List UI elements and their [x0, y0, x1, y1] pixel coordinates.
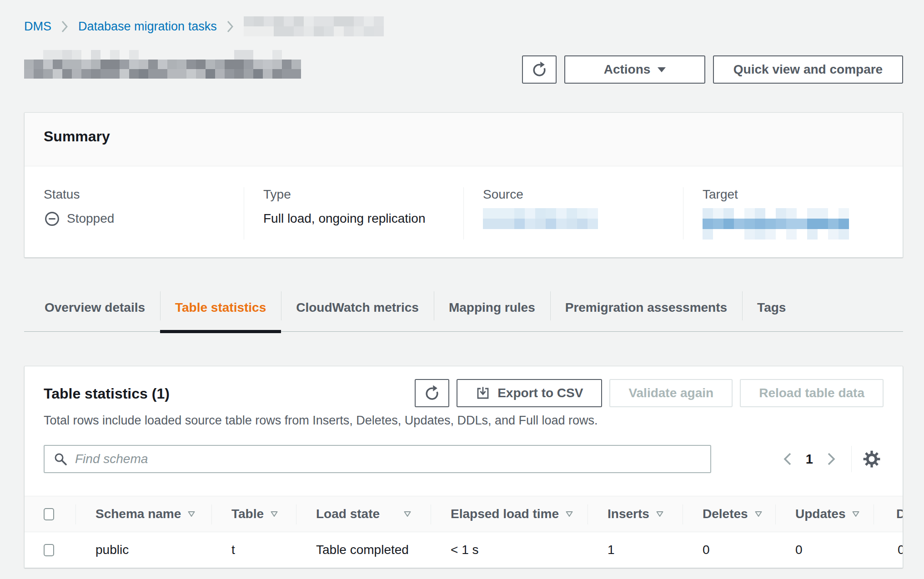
tab-tags[interactable]: Tags	[742, 290, 801, 331]
sort-icon[interactable]	[656, 511, 664, 517]
page-title-redacted	[24, 50, 301, 79]
sort-icon[interactable]	[565, 511, 573, 517]
caret-down-icon	[658, 67, 666, 72]
source-label: Source	[483, 187, 664, 202]
table-statistics-title: Table statistics (1)	[44, 385, 170, 402]
type-value: Full load, ongoing replication	[263, 211, 425, 226]
previous-page-button[interactable]	[776, 447, 799, 471]
breadcrumb-tasks[interactable]: Database migration tasks	[78, 20, 217, 34]
tab-mapping-rules[interactable]: Mapping rules	[434, 290, 550, 331]
table-statistics-card: Table statistics (1)	[24, 366, 903, 568]
column-header-updates[interactable]: Updates	[775, 496, 874, 532]
summary-field-type: Type Full load, ongoing replication	[244, 187, 463, 240]
source-value-redacted[interactable]	[483, 208, 598, 229]
cell-inserts: 1	[588, 532, 683, 568]
column-header-load-state[interactable]: Load state	[296, 496, 431, 532]
quick-view-compare-button[interactable]: Quick view and compare	[713, 55, 903, 84]
sort-icon[interactable]	[187, 511, 196, 517]
table-row: public t Table completed < 1 s 1 0 0 0	[25, 532, 903, 568]
breadcrumb-dms[interactable]: DMS	[24, 20, 51, 34]
breadcrumb-current-redacted	[244, 16, 384, 36]
reload-button-label: Reload table data	[759, 386, 864, 400]
cell-ddls: 0	[874, 532, 903, 568]
column-header-elapsed-load-time[interactable]: Elapsed load time	[431, 496, 588, 532]
summary-title: Summary	[44, 128, 884, 145]
next-page-button[interactable]	[819, 447, 843, 471]
tab-premigration-assessments[interactable]: Premigration assessments	[550, 290, 742, 331]
cell-table: t	[211, 532, 296, 568]
quick-view-button-label: Quick view and compare	[733, 62, 883, 77]
cell-load-state: Table completed	[296, 532, 431, 568]
column-header-ddls[interactable]: DDLs	[874, 496, 903, 532]
sort-icon[interactable]	[270, 511, 278, 517]
column-header-table[interactable]: Table	[211, 496, 296, 532]
export-to-csv-button[interactable]: Export to CSV	[457, 379, 602, 407]
column-header-deletes[interactable]: Deletes	[683, 496, 775, 532]
tab-overview-details[interactable]: Overview details	[30, 290, 160, 331]
type-label: Type	[263, 187, 444, 202]
reload-table-data-button[interactable]: Reload table data	[740, 379, 884, 407]
download-icon	[476, 386, 490, 400]
status-value: Stopped	[67, 211, 114, 226]
column-header-inserts[interactable]: Inserts	[588, 496, 683, 532]
validate-button-label: Validate again	[628, 386, 713, 400]
chevron-right-icon	[827, 452, 836, 466]
target-value-redacted[interactable]	[703, 208, 849, 240]
cell-deletes: 0	[683, 532, 775, 568]
target-label: Target	[703, 187, 884, 202]
breadcrumb-chevron-icon	[227, 20, 234, 33]
summary-card-header: Summary	[25, 113, 903, 166]
table-settings-button[interactable]	[860, 447, 884, 471]
column-header-schema-name[interactable]: Schema name	[75, 496, 211, 532]
table-refresh-button[interactable]	[415, 379, 449, 407]
summary-field-target: Target	[683, 187, 903, 240]
tab-bar: Overview details Table statistics CloudW…	[24, 290, 903, 332]
cell-elapsed-load-time: < 1 s	[431, 532, 588, 568]
validate-again-button[interactable]: Validate again	[609, 379, 733, 407]
table-statistics-actions: Export to CSV Validate again Reload tabl…	[415, 379, 884, 407]
page-header: Actions Quick view and compare	[24, 50, 903, 84]
gear-icon	[862, 449, 881, 469]
schema-search	[44, 445, 711, 473]
export-button-label: Export to CSV	[497, 386, 583, 400]
breadcrumb: DMS Database migration tasks	[24, 0, 903, 36]
page-actions: Actions Quick view and compare	[522, 55, 903, 84]
stopped-status-icon	[44, 210, 60, 227]
table-statistics-description: Total rows include loaded source table r…	[25, 407, 903, 428]
search-input[interactable]	[75, 452, 701, 466]
summary-field-source: Source	[463, 187, 683, 240]
page-number: 1	[806, 452, 813, 467]
pagination-divider	[851, 446, 852, 472]
actions-button-label: Actions	[604, 62, 651, 77]
sort-icon[interactable]	[403, 511, 412, 517]
sort-icon[interactable]	[754, 511, 763, 517]
pagination: 1	[776, 446, 884, 472]
actions-button[interactable]: Actions	[564, 55, 705, 84]
summary-card: Summary Status Stopped Type	[24, 112, 903, 258]
chevron-left-icon	[783, 452, 792, 466]
cell-schema-name: public	[75, 532, 211, 568]
breadcrumb-chevron-icon	[61, 20, 68, 33]
select-all-checkbox[interactable]	[44, 508, 54, 520]
sort-icon[interactable]	[852, 511, 860, 517]
refresh-icon	[531, 61, 547, 78]
search-icon	[54, 452, 68, 466]
refresh-icon	[424, 385, 440, 401]
cell-updates: 0	[775, 532, 874, 568]
summary-grid: Status Stopped Type Full load, ongoing r…	[25, 166, 903, 257]
summary-field-status: Status Stopped	[25, 187, 244, 240]
table-header-row: Schema name Table Load state Elapsed loa…	[25, 496, 903, 532]
table-statistics-table: Schema name Table Load state Elapsed loa…	[25, 496, 903, 568]
refresh-button[interactable]	[522, 55, 557, 84]
status-label: Status	[44, 187, 225, 202]
tab-table-statistics[interactable]: Table statistics	[160, 290, 281, 331]
row-checkbox[interactable]	[44, 544, 54, 556]
tab-cloudwatch-metrics[interactable]: CloudWatch metrics	[281, 290, 434, 331]
page: DMS Database migration tasks Actions	[24, 0, 903, 568]
